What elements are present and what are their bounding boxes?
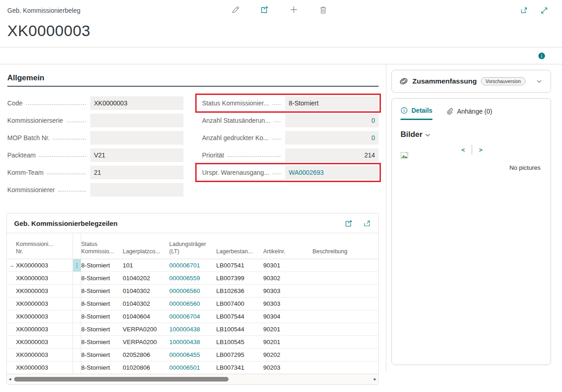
- cell-lagerbestand: LB007295: [216, 351, 263, 358]
- cell-artikelnr: 90203: [263, 364, 312, 371]
- table-row[interactable]: XK00000038-StorniertVERPA0200100000438LB…: [7, 336, 378, 349]
- cell-status: 8-Storniert: [81, 339, 123, 345]
- cell-ladungstraeger[interactable]: 000006455: [169, 351, 216, 358]
- row-menu-cell: [73, 361, 81, 374]
- cell-ladungstraeger[interactable]: 000006701: [169, 262, 216, 269]
- field-value-link[interactable]: WA0002693: [289, 169, 324, 176]
- table-row[interactable]: XK00000038-Storniert01020806000006501LB0…: [7, 361, 378, 374]
- factbox-rail: Zusammenfassung Vorschauversion Details …: [386, 64, 562, 372]
- col-header-row-menu: [73, 233, 81, 259]
- table-row[interactable]: XK00000038-StorniertVERPA0200100000438LB…: [7, 323, 378, 336]
- table-row[interactable]: XK00000038-Storniert01040302000006560LB0…: [7, 298, 378, 310]
- field-input-code[interactable]: XK0000003: [90, 96, 183, 110]
- cell-ladungstraeger[interactable]: 000006704: [169, 313, 216, 320]
- bilder-header[interactable]: Bilder: [401, 130, 543, 139]
- col-header-artikelnr[interactable]: Artikelnr.: [263, 248, 312, 259]
- field-input-priorit-t[interactable]: 214: [285, 148, 379, 162]
- scroll-left-icon[interactable]: ◂: [9, 376, 11, 382]
- chevron-down-icon[interactable]: [534, 76, 544, 86]
- cell-ladungstraeger[interactable]: 000006559: [169, 275, 216, 282]
- field-input-kommissionierserie[interactable]: [90, 114, 183, 127]
- cell-ladungstraeger[interactable]: 100000438: [169, 339, 216, 345]
- summary-card[interactable]: Zusammenfassung Vorschauversion: [391, 70, 551, 93]
- tab-details[interactable]: Details: [401, 107, 432, 120]
- page-actions: [230, 5, 328, 15]
- dotted-leader: [274, 121, 281, 122]
- field-input-mop-batch-nr-[interactable]: [90, 131, 183, 145]
- cell-kommissionier-nr: XK0000003: [16, 287, 73, 294]
- broken-image-icon: [401, 152, 409, 160]
- cell-ladungstraeger[interactable]: 000006560: [169, 300, 216, 307]
- field-input-packteam[interactable]: V21: [90, 148, 183, 162]
- cell-status: 8-Storniert: [81, 300, 123, 307]
- field-row-left-3: PackteamV21: [7, 148, 183, 162]
- cell-lagerplatz: 01040302: [123, 300, 169, 307]
- cell-kommissionier-nr: XK0000003: [16, 351, 73, 358]
- table-row[interactable]: XK00000038-Storniert01040302000006560LB1…: [7, 285, 378, 298]
- new-icon[interactable]: [289, 5, 299, 15]
- row-menu-icon[interactable]: ⋮: [73, 259, 81, 272]
- field-row-right-2: Anzahl gedruckter Ko...0: [195, 131, 379, 145]
- lines-card-title[interactable]: Geb. Kommissionierbelegzeilen: [14, 220, 118, 227]
- next-picture-button[interactable]: >: [479, 146, 483, 153]
- cell-status: 8-Storniert: [81, 262, 123, 269]
- field-value: 21: [94, 169, 101, 176]
- table-row[interactable]: XK00000038-Storniert01040202000006559LB0…: [7, 272, 378, 285]
- tab-anhaenge[interactable]: Anhänge (0): [446, 107, 492, 120]
- cell-artikelnr: 90301: [263, 262, 312, 269]
- expand-fullscreen-icon[interactable]: [539, 5, 549, 16]
- field-row-right-4: Urspr. Warenausgang...WA0002693: [195, 166, 379, 179]
- field-row-left-0: CodeXK0000003: [7, 96, 183, 110]
- info-icon[interactable]: [536, 51, 546, 61]
- section-title-allgemein[interactable]: Allgemein: [7, 73, 379, 87]
- cell-status: 8-Storniert: [81, 275, 123, 282]
- chevron-down-icon: [424, 131, 431, 138]
- cell-ladungstraeger[interactable]: 000006501: [169, 364, 216, 371]
- selected-row-arrow-icon: →: [7, 262, 16, 269]
- col-header-beschreibung[interactable]: Beschreibung: [312, 248, 378, 259]
- cell-kommissionier-nr: XK0000003: [16, 300, 73, 307]
- col-header-status[interactable]: StatusKommissio...: [81, 240, 123, 259]
- dotted-leader: [39, 156, 86, 157]
- field-value: XK0000003: [94, 99, 127, 107]
- prev-picture-button[interactable]: <: [461, 146, 465, 153]
- lines-share-icon[interactable]: [343, 218, 354, 228]
- cell-ladungstraeger[interactable]: 100000438: [169, 326, 216, 333]
- row-menu-cell: [73, 349, 81, 361]
- field-input-anzahl-gedruckter-ko-[interactable]: 0: [285, 131, 379, 145]
- field-input-komm-team[interactable]: 21: [90, 166, 183, 179]
- field-row-right-0: Status Kommissionier...8-Storniert: [195, 96, 379, 110]
- scrollbar-thumb[interactable]: [14, 377, 229, 382]
- cell-artikelnr: 90303: [263, 300, 312, 307]
- cell-ladungstraeger[interactable]: 000006560: [169, 287, 216, 294]
- focus-mode-icon[interactable]: [362, 218, 372, 228]
- delete-icon[interactable]: [318, 5, 328, 15]
- share-icon[interactable]: [260, 5, 270, 15]
- cell-artikelnr: 90303: [263, 287, 312, 294]
- field-value: 0: [371, 134, 375, 141]
- field-input-kommissionierer[interactable]: [90, 183, 183, 197]
- field-input-anzahl-status-nderun-[interactable]: 0: [285, 114, 379, 127]
- top-toolbar: Geb. Kommissionierbeleg: [0, 0, 562, 21]
- cell-artikelnr: 90202: [263, 351, 312, 358]
- cell-kommissionier-nr: XK0000003: [16, 275, 73, 282]
- col-header-kommissionier-nr[interactable]: Kommissioni...Nr.: [16, 240, 73, 259]
- table-row[interactable]: XK00000038-Storniert02052806000006455LB0…: [7, 349, 378, 361]
- cell-lagerbestand: LB007400: [216, 300, 263, 307]
- scroll-right-icon[interactable]: ▸: [374, 376, 376, 382]
- col-header-ladungstraeger[interactable]: Ladungsträger(LT): [169, 240, 216, 259]
- factbox-tabs: Details Anhänge (0): [401, 107, 543, 120]
- breadcrumb[interactable]: Geb. Kommissionierbeleg: [7, 7, 80, 14]
- col-header-lagerbestand[interactable]: Lagerbestan...: [216, 248, 263, 259]
- dotted-leader: [228, 156, 281, 157]
- field-input-status-kommissionier-[interactable]: 8-Storniert: [285, 96, 379, 110]
- row-menu-cell: [73, 298, 81, 310]
- horizontal-scrollbar[interactable]: ◂ ▸: [7, 374, 378, 384]
- field-value: 8-Storniert: [289, 99, 318, 107]
- col-header-lagerplatz[interactable]: Lagerplatzco...: [123, 248, 169, 259]
- field-input-urspr-warenausgang-[interactable]: WA0002693: [285, 166, 379, 179]
- edit-icon[interactable]: [230, 5, 240, 15]
- table-row[interactable]: →XK0000003⋮8-Storniert101000006701LB0075…: [7, 259, 378, 272]
- table-row[interactable]: XK00000038-Storniert01040604000006704LB0…: [7, 310, 378, 323]
- open-in-new-window-icon[interactable]: [519, 5, 529, 16]
